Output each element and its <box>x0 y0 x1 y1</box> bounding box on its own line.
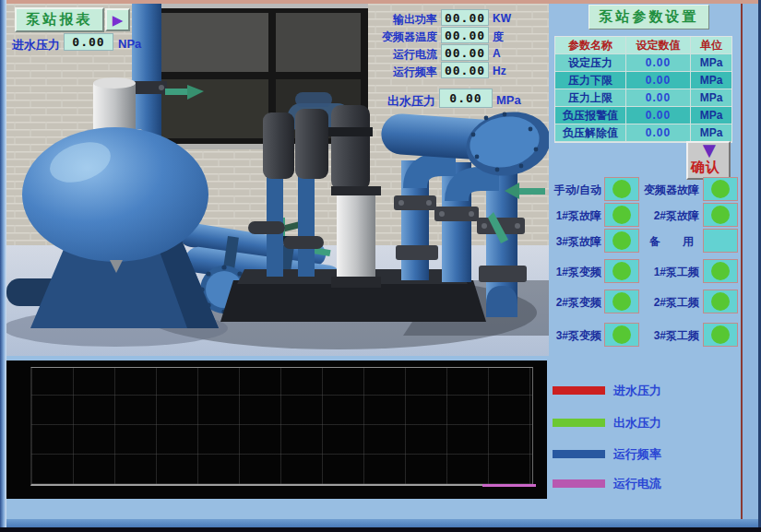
run-frequency-value[interactable]: 00.00 <box>441 62 489 78</box>
inverter-temp-unit: 度 <box>493 30 504 45</box>
status-row: 2#泵变频 2#泵工频 <box>549 290 744 313</box>
status-indicator[interactable] <box>703 177 738 201</box>
status-row: 手动/自动 变频器故障 <box>549 177 744 201</box>
led-icon <box>711 262 730 280</box>
status-label: 1#泵故障 <box>549 208 601 224</box>
status-indicator[interactable] <box>604 290 639 313</box>
status-row: 3#泵故障 备 用 <box>549 229 744 253</box>
status-label: 3#泵工频 <box>637 328 699 344</box>
status-row: 1#泵变频 1#泵工频 <box>549 259 744 283</box>
led-icon <box>612 292 631 311</box>
col-param-name: 参数名称 <box>555 37 626 54</box>
inlet-pressure-unit: NPa <box>118 37 141 51</box>
status-indicator[interactable] <box>703 290 738 313</box>
legend-swatch-inlet-pressure <box>553 386 605 395</box>
param-value[interactable]: 0.00 <box>626 89 691 107</box>
run-frequency-unit: Hz <box>493 65 506 77</box>
settings-table: 参数名称 设定数值 单位 设定压力 0.00 MPa 压力下限 0.00 MPa… <box>554 36 732 143</box>
status-label: 2#泵故障 <box>637 208 699 224</box>
led-icon <box>612 262 631 280</box>
frame-edge-top <box>0 0 761 4</box>
led-icon <box>711 325 730 344</box>
status-label: 备 用 <box>637 234 699 250</box>
run-current-value[interactable]: 00.00 <box>441 44 489 61</box>
output-power-label: 输出功率 <box>314 12 437 28</box>
legend-swatch-run-frequency <box>553 450 605 458</box>
inverter-temp-value[interactable]: 00.00 <box>441 27 489 43</box>
output-power-unit: KW <box>493 12 511 25</box>
run-current-unit: A <box>493 47 501 60</box>
status-indicator[interactable] <box>703 229 738 253</box>
hmi-pump-station-screen: 泵站报表 ▶ 进水压力 0.00 NPa 输出功率 00.00 KW 变频器温度… <box>0 0 761 532</box>
status-label: 2#泵工频 <box>637 295 699 311</box>
status-indicator[interactable] <box>703 259 738 283</box>
settings-panel-title-text: 泵站参数设置 <box>600 8 699 26</box>
param-name: 压力上限 <box>555 89 626 107</box>
frame-edge-bottom-blue <box>0 519 761 527</box>
col-unit: 单位 <box>691 37 731 54</box>
outlet-pressure-value[interactable]: 0.00 <box>439 89 493 108</box>
legend-swatch-run-current <box>553 479 605 488</box>
legend-label: 进水压力 <box>613 383 661 399</box>
settings-panel-title: 泵站参数设置 <box>589 5 709 30</box>
param-name: 设定压力 <box>555 54 626 72</box>
param-name: 压力下限 <box>555 72 626 89</box>
confirm-button-label: 确认 <box>691 159 720 176</box>
play-icon: ▶ <box>113 12 124 29</box>
status-indicator[interactable] <box>604 203 639 227</box>
led-icon <box>711 180 730 198</box>
run-frequency-label: 运行频率 <box>314 65 437 80</box>
status-row: 3#泵变频 3#泵工频 <box>549 323 744 347</box>
legend-item: 出水压力 <box>553 415 737 432</box>
led-icon <box>612 206 631 224</box>
frame-edge-bottom-black <box>0 527 761 532</box>
run-current-trace <box>482 484 536 487</box>
param-value[interactable]: 0.00 <box>626 124 691 142</box>
legend-label: 运行电流 <box>613 476 661 492</box>
status-indicator[interactable] <box>604 229 639 253</box>
param-value[interactable]: 0.00 <box>626 54 691 72</box>
outlet-pressure-label: 出水压力 <box>314 93 435 110</box>
status-indicator[interactable] <box>604 177 639 201</box>
status-label: 手动/自动 <box>549 183 601 198</box>
param-unit: MPa <box>691 72 731 89</box>
param-name: 负压解除值 <box>555 124 626 142</box>
frame-edge-right-strip <box>743 4 758 526</box>
legend-swatch-outlet-pressure <box>553 419 605 427</box>
status-label: 3#泵故障 <box>549 234 601 250</box>
status-label: 3#泵变频 <box>549 328 601 344</box>
legend-item: 运行频率 <box>553 446 737 463</box>
table-row: 压力上限 0.00 MPa <box>555 89 731 107</box>
status-indicator[interactable] <box>604 259 639 283</box>
table-row: 负压报警值 0.00 MPa <box>555 107 731 124</box>
led-icon <box>711 206 730 224</box>
legend-item: 进水压力 <box>553 383 737 399</box>
param-value[interactable]: 0.00 <box>626 107 691 124</box>
status-indicator[interactable] <box>604 323 639 347</box>
status-label: 1#泵变频 <box>549 265 601 280</box>
output-power-value[interactable]: 00.00 <box>441 9 489 26</box>
frame-edge-right-line <box>741 4 743 526</box>
led-icon <box>612 231 631 250</box>
led-icon <box>612 325 631 344</box>
status-indicator[interactable] <box>703 323 738 347</box>
led-icon <box>612 180 631 198</box>
param-unit: MPa <box>691 89 731 107</box>
confirm-button[interactable]: ▼ 确认 <box>686 141 731 180</box>
legend-item: 运行电流 <box>553 476 737 492</box>
inlet-pressure-label: 进水压力 <box>12 37 60 53</box>
legend-label: 出水压力 <box>613 415 661 432</box>
inverter-temp-label: 变频器温度 <box>314 30 437 45</box>
table-row: 设定压力 0.00 MPa <box>555 54 731 72</box>
param-unit: MPa <box>691 54 731 72</box>
status-indicator[interactable] <box>703 203 738 227</box>
report-nav-button[interactable]: ▶ <box>105 8 130 31</box>
inlet-pressure-value[interactable]: 0.00 <box>64 33 113 51</box>
run-current-label: 运行电流 <box>314 47 437 63</box>
frame-edge-left <box>0 0 6 532</box>
param-unit: MPa <box>691 107 731 124</box>
report-button[interactable]: 泵站报表 <box>15 7 104 32</box>
col-set-value: 设定数值 <box>626 37 691 54</box>
param-value[interactable]: 0.00 <box>626 72 691 89</box>
trend-chart <box>6 361 547 499</box>
